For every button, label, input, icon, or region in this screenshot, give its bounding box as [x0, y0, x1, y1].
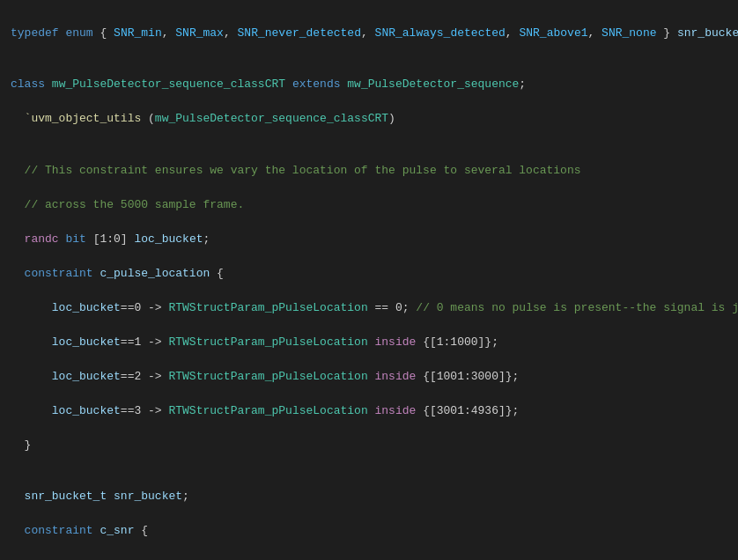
line-constraint-snr: constraint c_snr { — [11, 522, 727, 540]
line-loc3: loc_bucket==3 -> RTWStructParam_pPulseLo… — [11, 402, 727, 420]
line-4: `uvm_object_utils (mw_PulseDetector_sequ… — [11, 110, 727, 128]
line-comment1: // This constraint ensures we vary the l… — [11, 162, 727, 180]
line-cb1: } — [11, 437, 727, 454]
line-randc: randc bit [1:0] loc_bucket; — [11, 231, 727, 248]
line-constraint-pulse: constraint c_pulse_location { — [11, 265, 727, 283]
code-container: typedef enum { SNR_min, SNR_max, SNR_nev… — [0, 0, 738, 560]
line-3: class mw_PulseDetector_sequence_classCRT… — [11, 76, 727, 93]
line-snr-decl: snr_bucket_t snr_bucket; — [11, 488, 727, 505]
line-comment2: // across the 5000 sample frame. — [11, 196, 727, 214]
line-loc0: loc_bucket==0 -> RTWStructParam_pPulseLo… — [11, 299, 727, 317]
line-snr-min: snr_bucket==SNR_min -> SNR == 8'b0000000… — [11, 556, 727, 560]
line-loc2: loc_bucket==2 -> RTWStructParam_pPulseLo… — [11, 368, 727, 386]
line-loc1: loc_bucket==1 -> RTWStructParam_pPulseLo… — [11, 334, 727, 351]
line-1: typedef enum { SNR_min, SNR_max, SNR_nev… — [11, 25, 727, 42]
